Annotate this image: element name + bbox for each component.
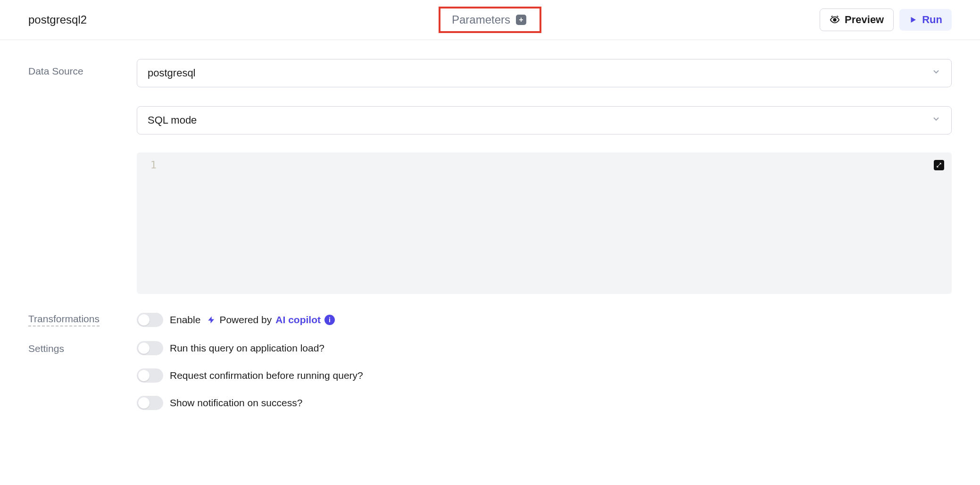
- setting-toggle-run-on-load[interactable]: [137, 341, 163, 355]
- setting-row: Run this query on application load?: [137, 341, 952, 355]
- parameters-label: Parameters: [452, 13, 510, 26]
- data-source-row: Data Source postgresql: [28, 59, 952, 87]
- settings-section-label: Settings: [28, 341, 137, 354]
- transformations-section-label: Transformations: [28, 313, 137, 326]
- preview-button[interactable]: Preview: [820, 8, 894, 31]
- expand-editor-button[interactable]: [934, 160, 944, 170]
- setting-row: Request confirmation before running quer…: [137, 368, 952, 383]
- svg-line-1: [831, 16, 833, 17]
- setting-row: Show notification on success?: [137, 396, 952, 410]
- eye-icon: [830, 15, 840, 25]
- run-label: Run: [922, 14, 942, 26]
- powered-by: Powered by AI copilot i: [207, 314, 335, 326]
- editor-content[interactable]: [157, 159, 943, 287]
- expand-icon: [936, 162, 942, 168]
- mode-editor-row: SQL mode 1: [28, 106, 952, 294]
- transformations-row: Transformations Enable Powered by AI cop…: [28, 313, 952, 327]
- settings-row: Settings Run this query on application l…: [28, 341, 952, 410]
- powered-prefix: Powered by: [219, 314, 272, 326]
- query-name[interactable]: postgresql2: [28, 13, 87, 26]
- mode-value: SQL mode: [148, 114, 197, 126]
- editor-gutter: 1: [145, 159, 157, 287]
- data-source-select[interactable]: postgresql: [137, 59, 952, 87]
- setting-label: Run this query on application load?: [170, 343, 324, 354]
- play-icon: [909, 16, 917, 24]
- setting-label: Request confirmation before running quer…: [170, 370, 363, 381]
- query-header: postgresql2 Parameters + Preview Run: [0, 0, 980, 40]
- run-button[interactable]: Run: [899, 9, 952, 31]
- bolt-icon: [207, 316, 216, 324]
- parameters-button[interactable]: Parameters +: [439, 7, 541, 33]
- svg-point-0: [833, 18, 836, 21]
- line-number: 1: [145, 159, 157, 171]
- info-icon[interactable]: i: [324, 315, 335, 325]
- header-actions: Preview Run: [820, 8, 952, 31]
- enable-label: Enable: [170, 314, 200, 326]
- data-source-value: postgresql: [148, 67, 196, 79]
- mode-select[interactable]: SQL mode: [137, 106, 952, 134]
- mode-spacer: [28, 106, 137, 113]
- svg-line-2: [837, 16, 839, 17]
- plus-icon: +: [516, 15, 526, 25]
- query-body: Data Source postgresql SQL mode 1: [0, 40, 980, 448]
- enable-transformations-toggle[interactable]: [137, 313, 163, 327]
- setting-label: Show notification on success?: [170, 397, 302, 409]
- chevron-down-icon: [931, 114, 941, 126]
- data-source-label: Data Source: [28, 59, 137, 77]
- setting-toggle-confirm[interactable]: [137, 368, 163, 383]
- preview-label: Preview: [845, 14, 884, 26]
- chevron-down-icon: [931, 67, 941, 79]
- ai-copilot-link[interactable]: AI copilot: [275, 314, 321, 326]
- setting-toggle-notify[interactable]: [137, 396, 163, 410]
- sql-editor[interactable]: 1: [137, 152, 952, 294]
